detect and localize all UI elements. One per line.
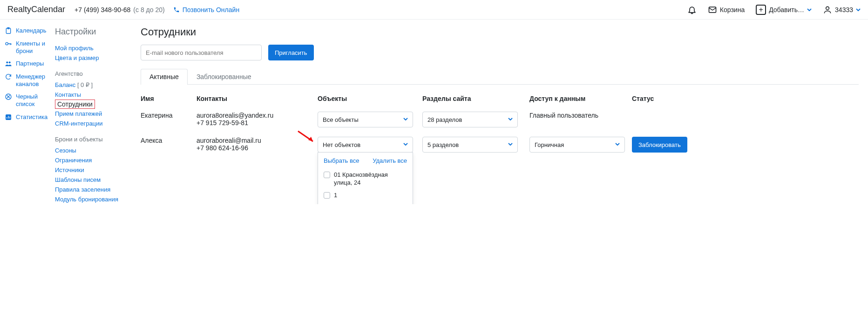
svg-point-1 — [826, 7, 829, 10]
col-status: Статус — [632, 95, 688, 102]
brand-logo[interactable]: RealtyCalendar — [7, 5, 65, 14]
settings-seasons[interactable]: Сезоны — [55, 146, 131, 155]
chevron-down-icon — [615, 143, 620, 146]
nav-clients[interactable]: Клиенты и брони — [5, 37, 52, 57]
dd-option[interactable]: 1 — [324, 189, 407, 202]
invite-email-input[interactable] — [141, 45, 262, 60]
group-bookings: Брони и объекты — [55, 136, 131, 143]
mail-icon — [708, 5, 717, 14]
objects-dropdown: Выбрать все Удалить все 01 Краснозвёздна… — [318, 152, 413, 204]
table-row: Алекса auroraboreali@mail.ru +7 980 624-… — [141, 132, 859, 157]
nav-clients-label: Клиенты и брони — [16, 40, 52, 54]
objects-value: Нет объектов — [323, 141, 360, 148]
cell-name: Екатерина — [141, 112, 197, 119]
dd-option[interactable]: 01 Краснозвёздная улица, 24 — [324, 169, 407, 189]
settings-module[interactable]: Модуль бронирования — [55, 194, 131, 204]
chevron-down-icon — [403, 118, 408, 120]
settings-rules[interactable]: Правила заселения — [55, 185, 131, 194]
cell-name: Алекса — [141, 137, 197, 144]
objects-select[interactable]: Все объекты — [318, 112, 413, 127]
settings-payments[interactable]: Прием платежей — [55, 109, 131, 119]
korzina-button[interactable]: Корзина — [708, 5, 745, 14]
people-icon — [5, 60, 12, 67]
sections-value: 28 разделов — [427, 116, 462, 123]
dd-delete-all[interactable]: Удалить все — [373, 157, 407, 164]
nav-partners[interactable]: Партнеры — [5, 57, 52, 70]
page-title: Сотрудники — [141, 26, 859, 38]
add-label: Добавить… — [769, 6, 804, 13]
cell-access: Главный пользователь — [529, 112, 632, 119]
settings-balance[interactable]: Баланс [ 0 ₽ ] — [55, 80, 131, 90]
nav-stats-label: Статистика — [16, 113, 47, 121]
chart-icon — [5, 113, 12, 121]
chevron-down-icon — [856, 8, 861, 11]
settings-limits[interactable]: Ограничения — [55, 155, 131, 165]
key-icon — [5, 40, 12, 47]
user-menu[interactable]: 34333 — [823, 5, 861, 14]
bell-icon — [687, 5, 697, 14]
settings-colors[interactable]: Цвета и размер — [55, 53, 131, 63]
settings-crm[interactable]: CRM-интеграции — [55, 119, 131, 128]
call-online-link[interactable]: Позвонить Онлайн — [173, 6, 239, 13]
phone-number: +7 (499) 348-90-68 — [75, 6, 130, 13]
tab-blocked[interactable]: Заблокированные — [188, 69, 260, 84]
settings-sources[interactable]: Источники — [55, 165, 131, 175]
nav-calendar-label: Календарь — [16, 27, 47, 34]
invite-form: Пригласить — [141, 45, 859, 60]
call-online-label: Позвонить Онлайн — [183, 6, 239, 13]
chevron-down-icon — [508, 143, 513, 146]
nav-blacklist[interactable]: Черный список — [5, 90, 52, 110]
block-icon — [5, 93, 12, 100]
plus-icon: + — [756, 5, 766, 15]
col-access: Доступ к данным — [529, 95, 632, 102]
checkbox[interactable] — [324, 192, 330, 199]
sections-value: 5 разделов — [427, 141, 459, 148]
svg-point-4 — [6, 42, 8, 45]
clipboard-icon — [5, 27, 12, 34]
nav-partners-label: Партнеры — [16, 60, 44, 67]
settings-templates[interactable]: Шаблоны писем — [55, 175, 131, 185]
cell-phone: +7 915 729-59-81 — [197, 119, 313, 127]
table-row: Екатерина aurora8orealis@yandex.ru +7 91… — [141, 107, 859, 132]
user-label: 34333 — [835, 6, 853, 13]
objects-select[interactable]: Нет объектов — [318, 137, 413, 153]
dd-select-all[interactable]: Выбрать все — [324, 157, 359, 164]
invite-button[interactable]: Пригласить — [268, 45, 314, 60]
settings-contacts[interactable]: Контакты — [55, 90, 131, 100]
cell-email: aurora8orealis@yandex.ru — [197, 112, 313, 119]
dd-option-label: 1 — [334, 192, 337, 200]
block-button[interactable]: Заблокировать — [632, 137, 687, 153]
settings-profile[interactable]: Мой профиль — [55, 43, 131, 53]
korzina-label: Корзина — [720, 6, 745, 13]
notifications-button[interactable] — [687, 5, 697, 14]
staff-table: Имя Контакты Объекты Разделы сайта Досту… — [141, 91, 859, 157]
add-button[interactable]: + Добавить… — [756, 5, 812, 15]
group-agency: Агентство — [55, 70, 131, 77]
chevron-down-icon — [508, 118, 513, 120]
refresh-icon — [5, 73, 12, 80]
col-contacts: Контакты — [197, 95, 318, 102]
sections-select[interactable]: 5 разделов — [422, 137, 518, 153]
svg-point-5 — [6, 62, 8, 64]
settings-staff[interactable]: Сотрудники — [55, 100, 95, 109]
annotation-arrow-icon — [297, 130, 316, 144]
col-name: Имя — [141, 95, 197, 102]
dd-option[interactable]: 4х местный, улица Куколкина, 7 — [324, 202, 407, 204]
settings-nav: Настройки Мой профиль Цвета и размер Аге… — [52, 20, 131, 204]
main-content: Сотрудники Пригласить Активные Заблокиро… — [131, 20, 868, 204]
tabs: Активные Заблокированные — [141, 69, 859, 85]
nav-calendar[interactable]: Календарь — [5, 24, 52, 37]
access-select[interactable]: Горничная — [529, 137, 625, 153]
cell-contacts: aurora8orealis@yandex.ru +7 915 729-59-8… — [197, 112, 318, 127]
nav-channels[interactable]: Менеджер каналов — [5, 70, 52, 90]
header: RealtyCalendar +7 (499) 348-90-68 (с 8 д… — [0, 0, 868, 20]
phone-icon — [173, 7, 180, 13]
nav-stats[interactable]: Статистика — [5, 111, 52, 124]
tab-active[interactable]: Активные — [141, 69, 188, 85]
sections-select[interactable]: 28 разделов — [422, 112, 518, 127]
col-objects: Объекты — [318, 95, 422, 102]
nav-channels-label: Менеджер каналов — [16, 73, 52, 87]
primary-nav: Календарь Клиенты и брони Партнеры Менед… — [0, 20, 52, 204]
checkbox[interactable] — [324, 172, 330, 178]
nav-blacklist-label: Черный список — [16, 93, 52, 107]
